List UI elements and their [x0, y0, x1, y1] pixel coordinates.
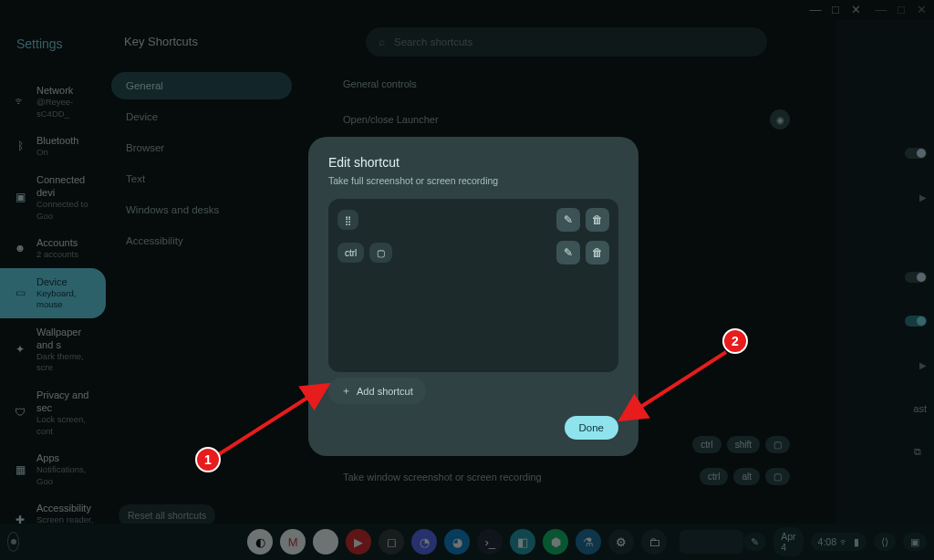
edit-shortcut-modal: Edit shortcut Take full screenshot or sc… [308, 137, 638, 456]
plus-icon: ＋ [341, 384, 351, 398]
shortcut-row: ctrl ▢ ✎ 🗑 [337, 241, 609, 264]
modal-description: Take full screenshot or screen recording [328, 175, 618, 186]
delete-shortcut-button[interactable]: 🗑 [586, 241, 609, 264]
key-ctrl: ctrl [337, 243, 364, 263]
delete-shortcut-button[interactable]: 🗑 [586, 208, 609, 232]
done-button[interactable]: Done [565, 416, 619, 440]
shortcut-row: ⣿ ✎ 🗑 [337, 208, 609, 232]
key-overview-icon: ▢ [369, 243, 392, 263]
add-shortcut-button[interactable]: ＋Add shortcut [328, 378, 426, 404]
key-overview-icon: ⣿ [337, 210, 358, 230]
modal-title: Edit shortcut [328, 155, 618, 170]
edit-shortcut-button[interactable]: ✎ [556, 208, 580, 232]
edit-shortcut-button[interactable]: ✎ [556, 241, 580, 264]
shortcut-list: ⣿ ✎ 🗑 ctrl ▢ ✎ 🗑 [328, 199, 618, 372]
